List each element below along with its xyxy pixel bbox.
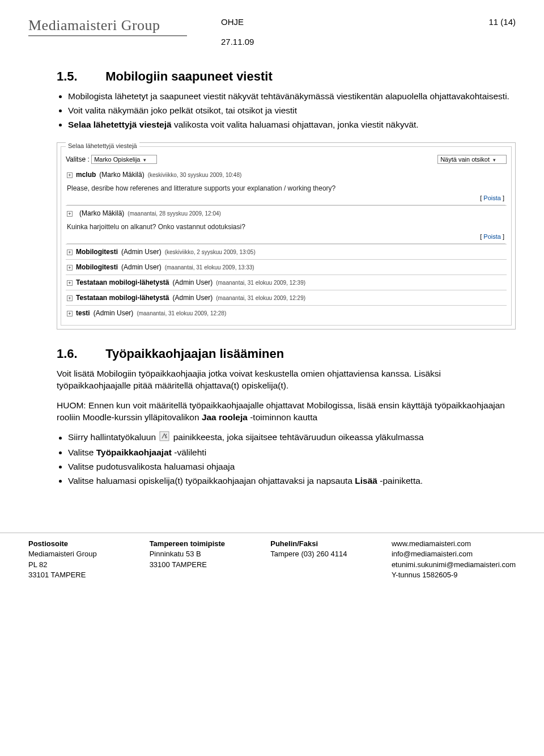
doc-type: OHJE xyxy=(221,17,488,27)
message-row[interactable]: +Mobilogitesti (Admin User) (keskiviikko… xyxy=(66,244,507,259)
message-subject: Mobilogitesti xyxy=(76,248,118,256)
expand-icon[interactable]: + xyxy=(67,295,73,301)
bullet: Voit valita näkymään joko pelkät otsikot… xyxy=(68,105,516,117)
fieldset-legend: Selaa lähetettyjä viestejä xyxy=(66,142,139,149)
bullet: Valitse pudotusvalikosta haluamasi ohjaa… xyxy=(68,461,516,473)
doc-date: 27.11.09 xyxy=(221,37,488,47)
footer-col1-heading: Postiosoite xyxy=(28,539,150,549)
section-1-5-heading: 1.5. Mobilogiin saapuneet viestit xyxy=(57,69,516,84)
section-1-5-number: 1.5. xyxy=(57,69,102,84)
expand-icon[interactable]: + xyxy=(67,311,73,316)
svg-point-1 xyxy=(165,436,167,438)
nayta-select[interactable]: Näytä vain otsikot▾ xyxy=(437,155,507,164)
svg-rect-0 xyxy=(160,432,169,441)
bullet: Valitse Työpaikkaohjaajat -välilehti xyxy=(68,447,516,459)
message-subject: Mobilogitesti xyxy=(76,263,118,271)
section-1-6-para1: Voit lisätä Mobilogiin työpaikkaohjaajia… xyxy=(57,368,516,392)
chevron-down-icon: ▾ xyxy=(493,157,496,163)
bullet: Selaa lähetettyjä viestejä valikosta voi… xyxy=(68,119,516,131)
footer-text: Pinninkatu 53 B xyxy=(150,549,271,559)
bullet: Siirry hallintatyökaluun painikkeesta, j… xyxy=(68,431,516,445)
footer-text: Tampere (03) 260 4114 xyxy=(270,549,392,559)
expand-icon[interactable]: + xyxy=(67,250,73,255)
message-subject: testi xyxy=(76,309,90,317)
bullet-rest: valikosta voit valita haluamasi ohjattav… xyxy=(174,120,419,129)
message-subject: Testataan mobilogi-lähetystä xyxy=(76,294,169,302)
message-row[interactable]: +mclub (Marko Mäkilä) (keskiviikko, 30 s… xyxy=(66,167,507,182)
logo-underline xyxy=(28,35,187,36)
message-meta: (maanantai, 31 elokuu 2009, 12:39) xyxy=(216,280,305,286)
message-user: (Marko Mäkilä) xyxy=(99,171,144,179)
poista-link[interactable]: Poista xyxy=(483,233,501,240)
poista-link[interactable]: Poista xyxy=(483,195,501,201)
message-meta: (maanantai, 31 elokuu 2009, 12:29) xyxy=(216,295,305,301)
message-user: (Admin User) xyxy=(121,248,162,256)
footer-text: 33101 TAMPERE xyxy=(28,570,150,580)
footer-text: Mediamaisteri Group xyxy=(28,549,150,559)
footer-text: Y-tunnus 1582605-9 xyxy=(392,570,516,580)
message-row[interactable]: +testi (Admin User) (maanantai, 31 eloku… xyxy=(66,305,507,320)
section-1-6-bullets: Siirry hallintatyökaluun painikkeesta, j… xyxy=(68,431,516,487)
bullet: Mobilogista lähetetyt ja saapuneet viest… xyxy=(68,91,516,103)
expand-icon[interactable]: + xyxy=(67,265,73,271)
message-body: Please, desribe how referenes and litter… xyxy=(66,182,507,193)
page-counter: 11 (14) xyxy=(488,17,516,27)
message-meta: (keskiviikko, 2 syyskuu 2009, 13:05) xyxy=(165,249,256,255)
message-user: (Marko Mäkilä) xyxy=(79,209,124,217)
footer-text: PL 82 xyxy=(28,560,150,570)
footer-col3-heading: Puhelin/Faksi xyxy=(270,539,392,549)
section-1-6-number: 1.6. xyxy=(57,347,102,361)
settings-icon xyxy=(159,431,169,445)
expand-icon[interactable]: + xyxy=(67,172,73,178)
message-meta: (maanantai, 31 elokuu 2009, 13:33) xyxy=(165,264,254,271)
message-body: Kuinka harjoittelu on alkanut? Onko vast… xyxy=(66,221,507,232)
chevron-down-icon: ▾ xyxy=(143,157,146,163)
message-subject: mclub xyxy=(76,171,96,179)
poista-link-wrap: [ Poista ] xyxy=(66,193,507,205)
logo-text: Mediamaisteri Group xyxy=(28,17,187,34)
message-row[interactable]: +Testataan mobilogi-lähetystä (Admin Use… xyxy=(66,274,507,290)
poista-link-wrap: [ Poista ] xyxy=(66,232,507,243)
expand-icon[interactable]: + xyxy=(67,211,73,217)
footer: Postiosoite Mediamaisteri Group PL 82 33… xyxy=(0,539,544,592)
message-row[interactable]: +Testataan mobilogi-lähetystä (Admin Use… xyxy=(66,290,507,305)
message-meta: (maanantai, 28 syyskuu 2009, 12:04) xyxy=(128,210,221,217)
message-subject: Testataan mobilogi-lähetystä xyxy=(76,278,169,286)
message-user: (Admin User) xyxy=(94,309,134,317)
footer-text: www.mediamaisteri.com xyxy=(392,539,516,549)
footer-col2-heading: Tampereen toimipiste xyxy=(150,539,271,549)
footer-text: info@mediamaisteri.com xyxy=(392,549,516,559)
section-1-6-title: Työpaikkaohjaajan lisääminen xyxy=(105,347,284,361)
footer-divider xyxy=(0,533,544,533)
footer-text: etunimi.sukunimi@mediamaisteri.com xyxy=(392,560,516,570)
message-row[interactable]: + (Marko Mäkilä) (maanantai, 28 syyskuu … xyxy=(66,205,507,221)
message-meta: (maanantai, 31 elokuu 2009, 12:28) xyxy=(137,310,226,316)
section-1-6-para2: HUOM: Ennen kun voit määritellä työpaikk… xyxy=(57,400,516,424)
message-meta: (keskiviikko, 30 syyskuu 2009, 10:48) xyxy=(148,172,242,178)
message-user: (Admin User) xyxy=(172,278,212,286)
section-1-6-heading: 1.6. Työpaikkaohjaajan lisääminen xyxy=(57,347,516,361)
section-1-5-title: Mobilogiin saapuneet viestit xyxy=(105,69,273,83)
bullet: Valitse haluamasi opiskelija(t) työpaikk… xyxy=(68,475,516,487)
message-row[interactable]: +Mobilogitesti (Admin User) (maanantai, … xyxy=(66,259,507,274)
messages-screenshot: Selaa lähetettyjä viestejä Valitse : Mar… xyxy=(57,142,516,330)
footer-text: 33100 TAMPERE xyxy=(150,560,271,570)
section-1-5-bullets: Mobilogista lähetetyt ja saapuneet viest… xyxy=(68,91,516,131)
valitse-label: Valitse : xyxy=(66,155,90,163)
expand-icon[interactable]: + xyxy=(67,280,73,286)
message-user: (Admin User) xyxy=(121,263,162,271)
valitse-select[interactable]: Marko Opiskelija▾ xyxy=(91,155,157,164)
bold-text: Selaa lähetettyjä viestejä xyxy=(68,120,172,129)
message-user: (Admin User) xyxy=(172,294,212,302)
